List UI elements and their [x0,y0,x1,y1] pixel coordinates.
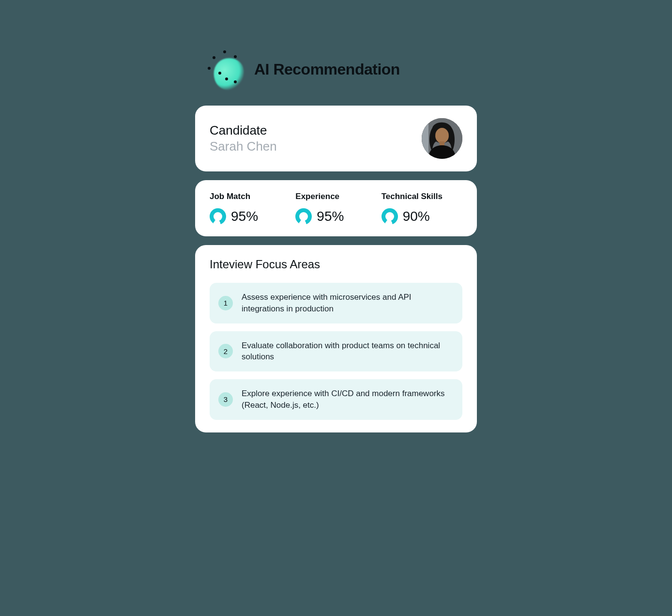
candidate-name: Sarah Chen [210,139,277,154]
ai-blob-icon [203,48,244,90]
svg-point-2 [435,128,449,143]
metric-value: 90% [403,209,430,224]
focus-area-text: Assess experience with microservices and… [242,292,454,315]
focus-area-item: 1 Assess experience with microservices a… [210,283,462,323]
metric-value: 95% [231,209,258,224]
progress-ring-icon [382,208,398,225]
metric-label: Experience [295,192,376,201]
metric-experience: Experience 95% [295,192,376,225]
metrics-row: Job Match 95% Experience 95% Technical S… [210,192,462,225]
focus-areas-title: Inteview Focus Areas [210,258,462,271]
focus-area-item: 2 Evaluate collaboration with product te… [210,331,462,372]
svg-rect-1 [422,118,428,159]
focus-area-text: Evaluate collaboration with product team… [242,340,454,363]
focus-area-number: 3 [218,392,233,407]
focus-area-item: 3 Explore experience with CI/CD and mode… [210,379,462,420]
metrics-card: Job Match 95% Experience 95% Technical S… [195,180,477,236]
focus-area-text: Explore experience with CI/CD and modern… [242,388,454,411]
metric-label: Technical Skills [382,192,462,201]
focus-area-number: 1 [218,296,233,310]
metric-job-match: Job Match 95% [210,192,290,225]
candidate-label: Candidate [210,123,277,138]
candidate-avatar [422,118,462,159]
candidate-card: Candidate Sarah Chen [195,106,477,171]
metric-value: 95% [317,209,344,224]
metric-technical-skills: Technical Skills 90% [382,192,462,225]
ai-header: AI Recommendation [195,48,477,106]
ai-recommendation-panel: AI Recommendation Candidate Sarah Chen [195,48,477,616]
candidate-text: Candidate Sarah Chen [210,123,277,154]
focus-areas-card: Inteview Focus Areas 1 Assess experience… [195,245,477,432]
page-title: AI Recommendation [254,61,400,78]
metric-label: Job Match [210,192,290,201]
progress-ring-icon [210,208,226,225]
focus-area-number: 2 [218,344,233,358]
progress-ring-icon [295,208,312,225]
